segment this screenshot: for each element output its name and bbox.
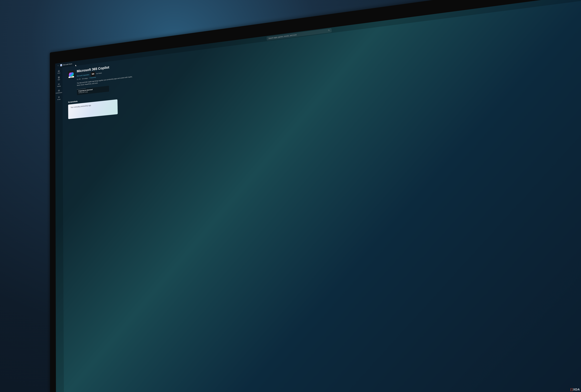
back-button[interactable]	[56, 64, 60, 67]
publisher-link[interactable]: Microsoft Corporation	[77, 74, 89, 77]
store-app-icon	[60, 64, 62, 66]
nav-home[interactable]: Home	[55, 69, 62, 74]
download-status-panel: Preparing to download Getting files read…	[77, 86, 109, 95]
nav-entertainment[interactable]: Entertainment	[55, 89, 63, 94]
star-icon	[79, 78, 80, 80]
svg-rect-5	[58, 78, 59, 78]
app-logo: M365	[68, 70, 74, 78]
svg-rect-0	[61, 65, 62, 66]
nav-label: Apps	[58, 79, 60, 80]
content-rating-label: Not Rated	[96, 72, 102, 74]
svg-rect-6	[59, 77, 60, 78]
svg-rect-7	[58, 84, 60, 85]
rating-value: 3.3	[77, 79, 78, 80]
svg-rect-3	[58, 77, 59, 77]
window-title: Microsoft Store	[63, 63, 72, 66]
nav-apps[interactable]: Apps	[55, 76, 62, 81]
nav-label: Home	[58, 72, 60, 74]
nav-label: Entertainment	[56, 92, 62, 94]
nav-label: Gaming	[57, 85, 61, 87]
nav-label: AI Hub	[58, 99, 60, 100]
category-link[interactable]: Productivity	[90, 76, 96, 79]
search-icon	[328, 29, 330, 31]
copilot-swirl-icon	[69, 72, 74, 77]
screenshot-caption: Your everyday productivity app	[70, 102, 115, 108]
nav-ai-hub[interactable]: AI Hub	[55, 96, 63, 101]
xda-watermark: [] XDA	[570, 388, 580, 391]
svg-rect-4	[59, 77, 60, 77]
svg-rect-8	[58, 90, 60, 91]
svg-point-1	[328, 30, 329, 31]
app-window: Microsoft Store Search apps, games, movi…	[55, 0, 581, 392]
rating-count: 8K ratings	[82, 77, 88, 80]
content-rating-badge: NR	[91, 71, 95, 76]
main-content: M365 Microsoft 365 Copilot Microsoft Cor…	[62, 0, 581, 392]
nav-gaming[interactable]: Gaming	[55, 82, 62, 87]
